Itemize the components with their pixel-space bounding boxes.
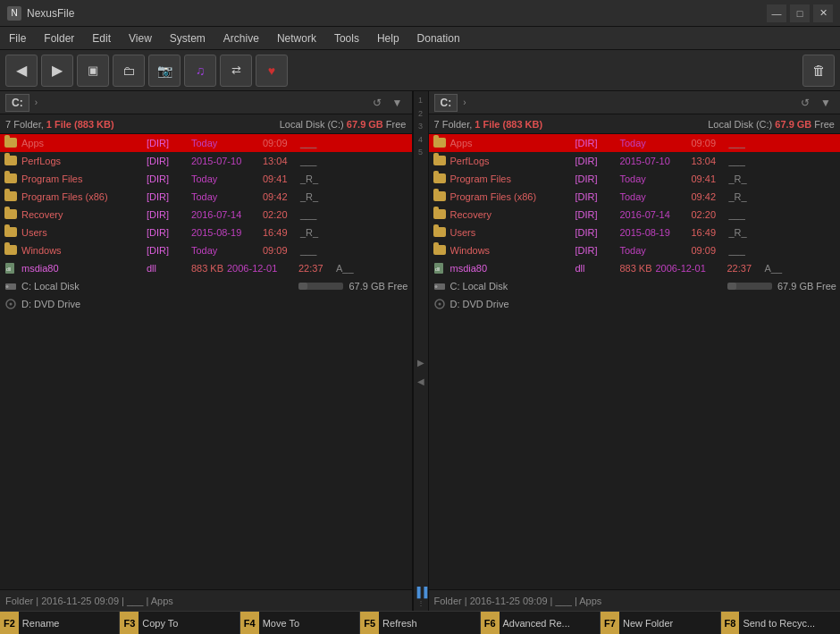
right-row-recovery[interactable]: Recovery [DIR] 2016-07-14 02:20 ___ bbox=[429, 206, 841, 224]
view-button[interactable]: ▣ bbox=[77, 55, 109, 87]
left-row-perflogs[interactable]: PerfLogs [DIR] 2015-07-10 13:04 ___ bbox=[0, 152, 412, 170]
drive-d-icon bbox=[433, 297, 447, 311]
folder-icon bbox=[4, 243, 18, 258]
left-row-apps[interactable]: Apps [DIR] Today 09:09 ___ bbox=[0, 134, 412, 152]
right-row-users[interactable]: Users [DIR] 2015-08-19 16:49 _R_ bbox=[429, 224, 841, 241]
left-row-programfiles[interactable]: Program Files [DIR] Today 09:41 _R_ bbox=[0, 170, 412, 188]
left-info-bar: 7 Folder, 1 File (883 KB) Local Disk (C:… bbox=[0, 114, 412, 134]
left-row-windows[interactable]: Windows [DIR] Today 09:09 ___ bbox=[0, 241, 412, 259]
fkey-f8[interactable]: F8 Send to Recyc... bbox=[721, 612, 840, 634]
title-bar: N NexusFile — □ ✕ bbox=[0, 0, 840, 27]
left-drive-d[interactable]: D: DVD Drive bbox=[0, 295, 412, 313]
right-drive-c-bar bbox=[727, 283, 772, 290]
menu-network[interactable]: Network bbox=[268, 27, 325, 49]
folder-icon bbox=[4, 172, 18, 186]
window-controls: — □ ✕ bbox=[767, 4, 833, 22]
left-address-bar: C: › ↺ ▼ bbox=[0, 91, 412, 114]
fkey-f5[interactable]: F5 Refresh bbox=[360, 612, 479, 634]
fkey-f3[interactable]: F3 Copy To bbox=[120, 612, 239, 634]
fkey-f6[interactable]: F6 Advanced Re... bbox=[481, 612, 600, 634]
left-drive-c-bar bbox=[298, 283, 343, 290]
app-icon: N bbox=[7, 6, 21, 21]
main-area: C: › ↺ ▼ 7 Folder, 1 File (883 KB) Local… bbox=[0, 91, 840, 611]
left-status-bar: Folder | 2016-11-25 09:09 | ___ | Apps bbox=[0, 589, 412, 611]
svg-text:dll: dll bbox=[435, 266, 440, 272]
drive-c-icon bbox=[433, 279, 447, 293]
svg-point-11 bbox=[438, 303, 441, 306]
left-drive-label[interactable]: C: bbox=[5, 94, 29, 112]
left-row-users[interactable]: Users [DIR] 2015-08-19 16:49 _R_ bbox=[0, 224, 412, 241]
right-row-programfiles[interactable]: Program Files [DIR] Today 09:41 _R_ bbox=[429, 170, 841, 188]
open-folder-button[interactable]: 🗀 bbox=[113, 55, 145, 87]
right-drive-c[interactable]: C: Local Disk 67.9 GB Free bbox=[429, 277, 841, 295]
menu-system[interactable]: System bbox=[161, 27, 214, 49]
right-address-arrow: › bbox=[463, 97, 466, 107]
left-dropdown-btn[interactable]: ▼ bbox=[389, 95, 407, 111]
maximize-button[interactable]: □ bbox=[790, 4, 810, 22]
heart-button[interactable]: ♥ bbox=[256, 55, 288, 87]
left-free-space: Local Disk (C:) 67.9 GB Free bbox=[280, 119, 407, 130]
right-free-space: Local Disk (C:) 67.9 GB Free bbox=[708, 119, 835, 130]
right-drive-label[interactable]: C: bbox=[434, 94, 458, 112]
svg-point-5 bbox=[10, 303, 13, 306]
fkey-f7[interactable]: F7 New Folder bbox=[601, 612, 719, 634]
trash-button[interactable]: 🗑 bbox=[802, 55, 835, 87]
menu-help[interactable]: Help bbox=[368, 27, 408, 49]
folder-icon bbox=[4, 154, 18, 168]
drive-d-icon bbox=[4, 297, 18, 311]
folder-icon bbox=[433, 136, 447, 150]
arrow-right-icon[interactable]: ▶ bbox=[417, 358, 424, 368]
right-drive-d[interactable]: D: DVD Drive bbox=[429, 295, 841, 313]
right-row-windows[interactable]: Windows [DIR] Today 09:09 ___ bbox=[429, 241, 841, 259]
right-row-apps[interactable]: Apps [DIR] Today 09:09 ___ bbox=[429, 134, 841, 152]
forward-button[interactable]: ▶ bbox=[41, 55, 73, 87]
svg-point-3 bbox=[6, 285, 9, 288]
bars-icon: ▐▐ bbox=[414, 587, 428, 597]
left-row-msdia80[interactable]: dll msdia80 dll 883 KB 2006-12-01 22:37 … bbox=[0, 259, 412, 277]
drive-c-icon bbox=[4, 279, 18, 293]
right-file-info: 1 File (883 KB) bbox=[475, 119, 542, 130]
right-file-list[interactable]: Apps [DIR] Today 09:09 ___ PerfLogs [DIR… bbox=[429, 134, 841, 589]
left-row-recovery[interactable]: Recovery [DIR] 2016-07-14 02:20 ___ bbox=[0, 206, 412, 224]
arrow-left-icon[interactable]: ◀ bbox=[417, 376, 424, 386]
folder-icon bbox=[4, 225, 18, 240]
camera-button[interactable]: 📷 bbox=[148, 55, 181, 87]
right-info-bar: 7 Folder, 1 File (883 KB) Local Disk (C:… bbox=[429, 114, 841, 134]
menu-archive[interactable]: Archive bbox=[214, 27, 268, 49]
function-keys-bar: F2 Rename F3 Copy To F4 Move To F5 Refre… bbox=[0, 611, 840, 634]
sync-button[interactable]: ⇄ bbox=[220, 55, 252, 87]
menu-donation[interactable]: Donation bbox=[408, 27, 469, 49]
right-row-programfilesx86[interactable]: Program Files (x86) [DIR] Today 09:42 _R… bbox=[429, 188, 841, 206]
menu-folder[interactable]: Folder bbox=[35, 27, 83, 49]
left-refresh-btn[interactable]: ↺ bbox=[369, 95, 385, 111]
left-row-programfilesx86[interactable]: Program Files (x86) [DIR] Today 09:42 _R… bbox=[0, 188, 412, 206]
center-divider: 1 2 3 4 5 ▶ ◀ ▐▐ ⋮ bbox=[413, 91, 429, 611]
minimize-button[interactable]: — bbox=[767, 4, 786, 22]
right-row-perflogs[interactable]: PerfLogs [DIR] 2015-07-10 13:04 ___ bbox=[429, 152, 841, 170]
menu-edit[interactable]: Edit bbox=[83, 27, 120, 49]
right-refresh-btn[interactable]: ↺ bbox=[797, 95, 813, 111]
left-file-list[interactable]: Apps [DIR] Today 09:09 ___ PerfLogs [DIR… bbox=[0, 134, 412, 589]
back-button[interactable]: ◀ bbox=[5, 55, 38, 87]
divider-bottom: ▐▐ ⋮ bbox=[414, 587, 428, 607]
dll-icon: dll bbox=[4, 261, 18, 275]
dots-icon: ⋮ bbox=[417, 599, 424, 607]
fkey-f4[interactable]: F4 Move To bbox=[240, 612, 359, 634]
folder-icon bbox=[433, 172, 447, 186]
right-dropdown-btn[interactable]: ▼ bbox=[817, 95, 835, 111]
left-address-arrow: › bbox=[35, 97, 38, 107]
close-button[interactable]: ✕ bbox=[813, 4, 833, 22]
menu-tools[interactable]: Tools bbox=[325, 27, 368, 49]
toolbar: ◀ ▶ ▣ 🗀 📷 ♫ ⇄ ♥ 🗑 bbox=[0, 50, 840, 91]
folder-icon bbox=[433, 190, 447, 204]
music-button[interactable]: ♫ bbox=[184, 55, 216, 87]
folder-icon bbox=[433, 243, 447, 258]
fkey-f2[interactable]: F2 Rename bbox=[0, 612, 119, 634]
menu-file[interactable]: File bbox=[0, 27, 35, 49]
left-address-actions: ↺ ▼ bbox=[369, 95, 407, 111]
menu-view[interactable]: View bbox=[120, 27, 161, 49]
right-row-msdia80[interactable]: dll msdia80 dll 883 KB 2006-12-01 22:37 … bbox=[429, 259, 841, 277]
left-drive-c[interactable]: C: Local Disk 67.9 GB Free bbox=[0, 277, 412, 295]
right-folder-count: 7 Folder, bbox=[434, 119, 475, 130]
left-status-text: Folder | 2016-11-25 09:09 | ___ | Apps bbox=[5, 596, 173, 606]
